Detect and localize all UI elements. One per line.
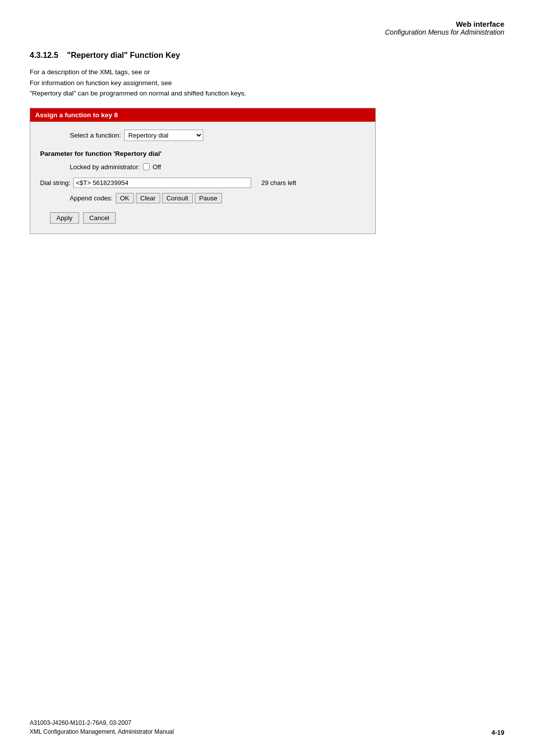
footer-left: A31003-J4260-M101-2-76A9, 03-2007 XML Co…: [30, 718, 174, 736]
param-section-title: Parameter for function 'Repertory dial': [40, 150, 365, 157]
config-panel: Assign a function to key 8 Select a func…: [30, 108, 376, 234]
append-pause-button[interactable]: Pause: [195, 193, 222, 203]
function-select[interactable]: Repertory dial Speed dial Direct call Do…: [124, 130, 203, 141]
desc-line-2: For information on function key assignme…: [30, 78, 504, 89]
chars-left: 29 chars left: [261, 179, 296, 187]
append-clear-button[interactable]: Clear: [136, 193, 160, 203]
desc-line-3: "Repertory dial" can be programmed on no…: [30, 88, 504, 99]
select-function-label: Select a function:: [70, 132, 121, 139]
dial-string-row: Dial string: 29 chars left: [40, 178, 365, 188]
footer-page-number: 4-19: [491, 729, 504, 736]
section-title: "Repertory dial" Function Key: [67, 51, 180, 59]
locked-off-label: Off: [153, 163, 161, 171]
apply-button[interactable]: Apply: [50, 212, 79, 224]
append-codes-label: Append codes:: [70, 194, 113, 202]
header-subtitle: Configuration Menus for Administration: [30, 28, 504, 36]
action-row: Apply Cancel: [50, 212, 365, 224]
section-description: For a description of the XML tags, see o…: [30, 67, 504, 99]
page-header: Web interface Configuration Menus for Ad…: [30, 20, 504, 36]
locked-row: Locked by administrator: Off: [70, 163, 365, 171]
locked-label: Locked by administrator:: [70, 163, 140, 171]
select-function-row: Select a function: Repertory dial Speed …: [70, 130, 365, 141]
desc-line-1: For a description of the XML tags, see o…: [30, 67, 504, 78]
footer-line2: XML Configuration Management, Administra…: [30, 727, 174, 736]
footer-line1: A31003-J4260-M101-2-76A9, 03-2007: [30, 718, 174, 727]
locked-checkbox[interactable]: [143, 163, 150, 170]
cancel-button[interactable]: Cancel: [83, 212, 116, 224]
footer: A31003-J4260-M101-2-76A9, 03-2007 XML Co…: [30, 718, 504, 736]
append-ok-button[interactable]: OK: [116, 193, 134, 203]
append-codes-row: Append codes: OK Clear Consult Pause: [70, 193, 365, 203]
panel-body: Select a function: Repertory dial Speed …: [30, 122, 375, 234]
dial-string-label: Dial string:: [40, 179, 70, 187]
page-container: Web interface Configuration Menus for Ad…: [0, 0, 534, 756]
section-heading: 4.3.12.5 "Repertory dial" Function Key: [30, 51, 504, 60]
append-consult-button[interactable]: Consult: [162, 193, 193, 203]
header-title: Web interface: [30, 20, 504, 28]
section-number: 4.3.12.5: [30, 51, 58, 59]
panel-header: Assign a function to key 8: [30, 108, 375, 122]
dial-string-input[interactable]: [73, 178, 251, 188]
